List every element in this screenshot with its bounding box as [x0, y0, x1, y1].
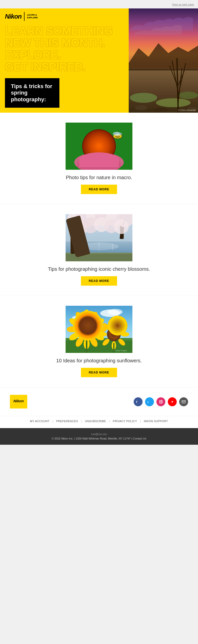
youtube-icon[interactable]: [168, 397, 177, 406]
separator-3: |: [109, 420, 110, 423]
header-section: Nikon LEARN & EXPLORE LEARN SOMETHING NE…: [0, 8, 198, 113]
article-2-title: Tips for photographing iconic cherry blo…: [5, 266, 193, 272]
article-1-read-more[interactable]: READ MORE: [81, 185, 117, 194]
social-icons: f t: [134, 397, 188, 406]
privacy-policy-link[interactable]: PRIVACY POLICY: [113, 420, 137, 423]
tips-box-title: Tips & tricks for spring photography:: [11, 83, 53, 103]
svg-point-95: [160, 401, 162, 402]
svg-point-20: [85, 132, 113, 160]
svg-point-79: [112, 319, 116, 327]
svg-point-11: [135, 105, 147, 110]
svg-point-4: [178, 92, 198, 99]
logo-divider: [24, 12, 24, 21]
footer-copyright: © 2022 Nikon Inc. | 1300 Walt Whitman Ro…: [5, 436, 193, 441]
footer-logo-social: Nikon . f t: [0, 387, 198, 416]
article-sunflowers: Getty Images 10 Ideas for photographing …: [0, 296, 198, 387]
svg-text:t: t: [148, 400, 149, 404]
article-macro: Photo tips for nature in macro. READ MOR…: [0, 113, 198, 204]
learn-explore-text: LEARN & EXPLORE: [27, 14, 38, 19]
hero-headline: LEARN SOMETHING NEW THIS MONTH. EXPLORE.…: [5, 25, 193, 73]
svg-point-74: [91, 330, 92, 332]
email-wrapper: View as web page Nikon LEARN & EXPLORE L…: [0, 0, 198, 445]
svg-point-12: [153, 108, 168, 113]
sunflower-image: Getty Images: [66, 306, 132, 353]
cherry-blossom-image: [66, 214, 132, 261]
tips-box: Tips & tricks for spring photography:: [5, 78, 59, 108]
svg-point-67: [67, 326, 78, 332]
svg-point-85: [99, 332, 107, 336]
separator-1: |: [52, 420, 53, 423]
svg-point-19: [83, 130, 115, 162]
svg-point-55: [72, 315, 89, 321]
article-cherry: Tips for photographing iconic cherry blo…: [0, 204, 198, 296]
footer-logo-svg: Nikon .: [10, 395, 27, 408]
instagram-icon[interactable]: [156, 397, 165, 406]
macro-svg: [66, 122, 132, 170]
unsubscribe-link[interactable]: UNSUBSCRIBE: [85, 420, 106, 423]
svg-rect-98: [182, 400, 185, 403]
svg-point-72: [86, 324, 87, 325]
svg-point-87: [107, 327, 121, 341]
svg-point-73: [90, 326, 91, 328]
view-as-web-link[interactable]: View as web page: [172, 3, 194, 6]
svg-point-54: [108, 309, 122, 315]
svg-point-22: [92, 139, 106, 153]
svg-rect-34: [71, 217, 77, 242]
footer-links: MY ACCOUNT | PREFERENCES | UNSUBSCRIBE |…: [0, 416, 198, 428]
facebook-icon[interactable]: f: [134, 397, 143, 406]
my-account-link[interactable]: MY ACCOUNT: [30, 420, 49, 423]
svg-point-3: [156, 98, 191, 107]
svg-point-58: [84, 310, 90, 320]
top-bar: View as web page: [0, 0, 198, 8]
svg-point-18: [82, 129, 116, 163]
svg-point-17: [77, 156, 121, 170]
sunflower-credit: Getty Images: [115, 350, 127, 352]
svg-point-75: [88, 334, 89, 335]
article-3-read-more[interactable]: READ MORE: [81, 368, 117, 377]
nikon-brand-text: Nikon: [5, 13, 21, 20]
svg-point-77: [81, 330, 82, 331]
svg-text:f: f: [136, 400, 137, 404]
article-1-title: Photo tips for nature in macro.: [5, 174, 193, 181]
macro-flower-image: [66, 122, 132, 170]
cherry-svg: [66, 214, 132, 261]
svg-point-47: [114, 219, 129, 234]
svg-marker-97: [172, 401, 173, 403]
contact-us-link[interactable]: Contact Us: [133, 437, 146, 440]
svg-point-70: [77, 320, 97, 339]
footer-bottom: xxx@xxx.xxx © 2022 Nikon Inc. | 1300 Wal…: [0, 428, 198, 445]
preferences-link[interactable]: PREFERENCES: [56, 420, 78, 423]
svg-point-28: [115, 132, 122, 136]
svg-point-96: [162, 400, 162, 401]
footer-nikon-logo: Nikon .: [10, 395, 27, 408]
photo-credit: © Chris Alexander: [178, 109, 196, 112]
article-3-title: 10 Ideas for photographing sunflowers.: [5, 357, 193, 364]
svg-text:Nikon: Nikon: [13, 399, 24, 403]
sunflower-svg: Getty Images: [66, 306, 132, 353]
svg-point-21: [89, 136, 109, 156]
svg-rect-33: [71, 222, 75, 254]
separator-4: |: [140, 420, 141, 423]
svg-point-76: [83, 333, 85, 334]
svg-text:.: .: [18, 404, 19, 406]
svg-point-71: [82, 326, 84, 328]
svg-point-80: [117, 322, 126, 331]
article-2-read-more[interactable]: READ MORE: [81, 276, 117, 286]
svg-rect-32: [66, 254, 132, 261]
svg-point-2: [130, 93, 157, 103]
svg-point-81: [121, 332, 129, 336]
footer-email: xxx@xxx.xxx: [5, 432, 193, 436]
nikon-support-link[interactable]: NIKON SUPPORT: [144, 420, 168, 423]
separator-2: |: [81, 420, 82, 423]
twitter-icon[interactable]: t: [145, 397, 154, 406]
email-icon[interactable]: [179, 397, 188, 406]
